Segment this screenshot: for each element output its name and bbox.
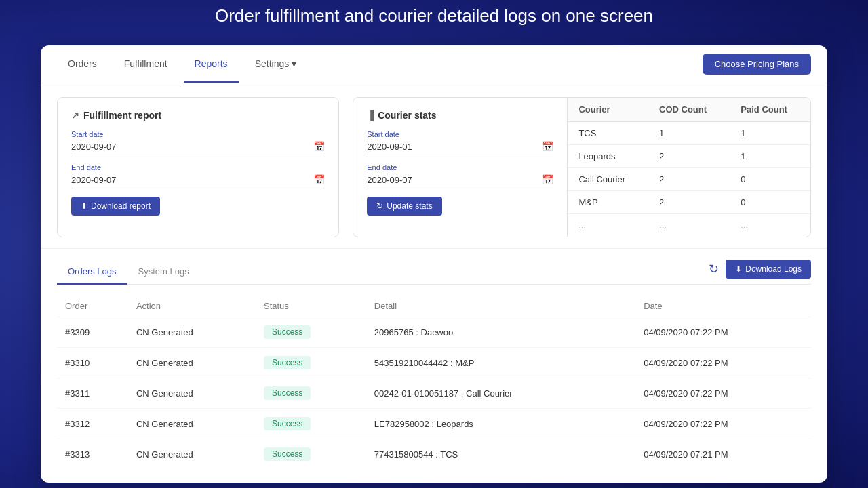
pricing-plans-button[interactable]: Choose Pricing Plans — [703, 54, 811, 75]
orders-table-row: #3311 CN Generated Success 00242-01-0100… — [57, 378, 811, 409]
chevron-down-icon: ▾ — [292, 58, 296, 69]
courier-end-date-group: End date 📅 — [367, 163, 553, 188]
tab-settings[interactable]: Settings ▾ — [244, 46, 308, 83]
order-detail: 774315800544 : TCS — [366, 439, 635, 470]
cod-count: 1 — [648, 122, 730, 145]
courier-calendar-icon[interactable]: 📅 — [542, 141, 553, 152]
courier-calendar-icon-2[interactable]: 📅 — [542, 174, 553, 185]
tab-orders-logs[interactable]: Orders Logs — [57, 260, 127, 285]
order-number: #3313 — [57, 439, 128, 470]
fulfillment-start-date-label: Start date — [71, 130, 325, 138]
date-col-header: Date — [635, 296, 811, 317]
order-number: #3309 — [57, 317, 128, 348]
tab-orders[interactable]: Orders — [57, 46, 108, 83]
refresh-icon-btn: ↻ — [376, 201, 383, 211]
order-number: #3311 — [57, 378, 128, 409]
cod-count-col-header: COD Count — [648, 98, 730, 122]
cod-count: ... — [648, 214, 730, 237]
refresh-icon: ↻ — [709, 262, 719, 277]
courier-start-date-label: Start date — [367, 130, 553, 138]
tab-system-logs[interactable]: System Logs — [127, 260, 200, 285]
courier-table-row: Call Courier 2 0 — [568, 168, 810, 191]
nav-tabs: Orders Fulfillment Reports Settings ▾ — [57, 46, 703, 82]
orders-table-row: #3313 CN Generated Success 774315800544 … — [57, 439, 811, 470]
courier-end-date-wrap: 📅 — [367, 174, 553, 188]
courier-stats-card: ▐ Courier stats Start date 📅 End date 📅 — [353, 97, 811, 237]
order-action: CN Generated — [128, 409, 256, 439]
order-col-header: Order — [57, 296, 128, 317]
order-date: 04/09/2020 07:22 PM — [635, 348, 811, 378]
order-status: Success — [256, 409, 366, 439]
paid-count-col-header: Paid Count — [730, 98, 810, 122]
paid-count: 0 — [730, 168, 810, 191]
order-number: #3310 — [57, 348, 128, 378]
courier-start-date-input[interactable] — [367, 142, 542, 152]
paid-count: 1 — [730, 122, 810, 145]
status-badge: Success — [264, 447, 311, 461]
order-date: 04/09/2020 07:22 PM — [635, 409, 811, 439]
courier-stats-table: Courier COD Count Paid Count TCS 1 1 Leo… — [568, 98, 810, 237]
calendar-icon-2[interactable]: 📅 — [313, 174, 325, 185]
logs-actions: ↻ ⬇ Download Logs — [709, 260, 811, 284]
fulfillment-end-date-input[interactable] — [71, 175, 313, 185]
download-logs-button[interactable]: ⬇ Download Logs — [726, 260, 811, 279]
download-icon: ⬇ — [81, 201, 87, 211]
fulfillment-report-title: ↗ Fulfillment report — [71, 110, 325, 121]
courier-name: Leopards — [568, 145, 648, 168]
orders-table-row: #3309 CN Generated Success 20965765 : Da… — [57, 317, 811, 348]
order-detail: 543519210044442 : M&P — [366, 348, 635, 378]
download-report-button[interactable]: ⬇ Download report — [71, 197, 160, 216]
download-logs-icon: ⬇ — [735, 264, 742, 274]
paid-count: 0 — [730, 191, 810, 214]
order-detail: 00242-01-010051187 : Call Courier — [366, 378, 635, 409]
order-action: CN Generated — [128, 439, 256, 470]
order-action: CN Generated — [128, 317, 256, 348]
courier-stats-table-wrap: Courier COD Count Paid Count TCS 1 1 Leo… — [568, 98, 810, 237]
paid-count: ... — [730, 214, 810, 237]
courier-col-header: Courier — [568, 98, 648, 122]
detail-col-header: Detail — [366, 296, 635, 317]
courier-table-row: Leopards 2 1 — [568, 145, 810, 168]
courier-stats-form: ▐ Courier stats Start date 📅 End date 📅 — [353, 98, 568, 237]
fulfillment-end-date-label: End date — [71, 163, 325, 171]
bar-chart-icon: ▐ — [367, 110, 374, 121]
courier-table-row: TCS 1 1 — [568, 122, 810, 145]
tab-fulfillment[interactable]: Fulfillment — [113, 46, 178, 83]
courier-start-date-wrap: 📅 — [367, 141, 553, 155]
nav-bar: Orders Fulfillment Reports Settings ▾ Ch… — [41, 45, 827, 83]
update-stats-button[interactable]: ↻ Update stats — [367, 197, 441, 216]
courier-table-row: ... ... ... — [568, 214, 810, 237]
page-title: Order fulfillment and courier detailed l… — [215, 5, 653, 26]
order-status: Success — [256, 378, 366, 409]
fulfillment-start-date-group: Start date 📅 — [71, 130, 325, 155]
tab-reports[interactable]: Reports — [184, 46, 239, 83]
reports-section: ↗ Fulfillment report Start date 📅 End da… — [41, 83, 827, 249]
fulfillment-start-date-input[interactable] — [71, 142, 313, 152]
cod-count: 2 — [648, 145, 730, 168]
order-status: Success — [256, 348, 366, 378]
fulfillment-end-date-wrap: 📅 — [71, 174, 325, 188]
refresh-logs-button[interactable]: ↻ — [709, 262, 719, 277]
order-date: 04/09/2020 07:21 PM — [635, 439, 811, 470]
orders-table-row: #3310 CN Generated Success 5435192100444… — [57, 348, 811, 378]
fulfillment-end-date-group: End date 📅 — [71, 163, 325, 188]
status-badge: Success — [264, 417, 311, 430]
orders-logs-table: Order Action Status Detail Date #3309 CN… — [57, 296, 811, 469]
courier-name: Call Courier — [568, 168, 648, 191]
calendar-icon[interactable]: 📅 — [313, 141, 325, 152]
courier-end-date-label: End date — [367, 163, 553, 171]
order-date: 04/09/2020 07:22 PM — [635, 317, 811, 348]
courier-stats-title: ▐ Courier stats — [367, 110, 553, 121]
order-detail: LE782958002 : Leopards — [366, 409, 635, 439]
courier-table-row: M&P 2 0 — [568, 191, 810, 214]
orders-table-row: #3312 CN Generated Success LE782958002 :… — [57, 409, 811, 439]
order-number: #3312 — [57, 409, 128, 439]
status-badge: Success — [264, 325, 311, 339]
order-action: CN Generated — [128, 348, 256, 378]
main-card: Orders Fulfillment Reports Settings ▾ Ch… — [41, 45, 827, 483]
courier-end-date-input[interactable] — [367, 175, 542, 185]
fulfillment-start-date-wrap: 📅 — [71, 141, 325, 155]
chart-icon: ↗ — [71, 110, 79, 121]
order-action: CN Generated — [128, 378, 256, 409]
courier-name: M&P — [568, 191, 648, 214]
